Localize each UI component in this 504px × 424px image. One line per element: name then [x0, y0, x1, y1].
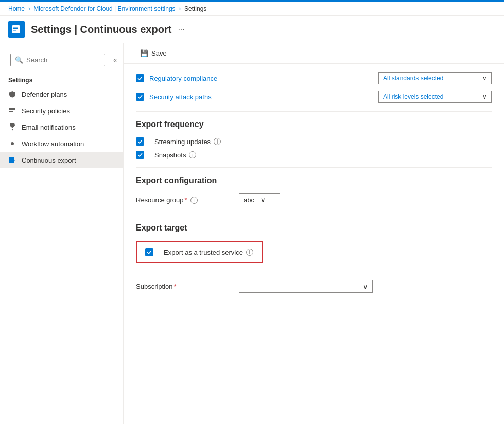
chevron-down-icon: ∨ [363, 282, 368, 290]
export-frequency-section: Export frequency Streaming updates i Sna… [136, 120, 492, 159]
regulatory-compliance-dropdown[interactable]: All standards selected ∨ [378, 72, 492, 84]
resource-group-info-icon[interactable]: i [190, 197, 198, 204]
export-target-section: Export target Export as a trusted servic… [136, 223, 492, 293]
export-trusted-service-info-icon[interactable]: i [246, 249, 253, 256]
export-frequency-title: Export frequency [136, 120, 492, 129]
search-box: 🔍 [10, 54, 105, 66]
chevron-down-icon: ∨ [482, 75, 487, 82]
svg-point-8 [11, 142, 14, 145]
svg-point-7 [12, 129, 13, 130]
svg-rect-6 [9, 111, 13, 112]
resource-group-row: Resource group * i abc ∨ [136, 193, 492, 206]
continuous-export-icon [8, 156, 16, 164]
security-policies-icon [8, 107, 16, 115]
export-configuration-section: Export configuration Resource group * i … [136, 176, 492, 206]
sidebar-item-security-policies[interactable]: Security policies [0, 102, 123, 119]
subscription-required-star: * [174, 282, 177, 290]
export-target-title: Export target [136, 223, 492, 233]
streaming-updates-info-icon[interactable]: i [214, 138, 221, 145]
save-button[interactable]: 💾 Save [136, 47, 171, 59]
streaming-updates-row: Streaming updates i [136, 137, 492, 146]
security-attack-paths-checkbox[interactable] [136, 93, 144, 101]
subscription-row: Subscription * ∨ [136, 280, 492, 293]
sidebar: 🔍 « Settings Defender plans Security pol… [0, 43, 124, 424]
export-trusted-service-checkbox[interactable] [145, 248, 153, 256]
svg-rect-9 [9, 157, 14, 163]
sidebar-item-security-policies-label: Security policies [22, 107, 70, 115]
regulatory-compliance-checkbox[interactable] [136, 74, 144, 82]
chevron-down-icon: ∨ [482, 93, 487, 100]
regulatory-compliance-row: Regulatory compliance All standards sele… [136, 72, 492, 84]
divider-3 [136, 215, 492, 215]
page-header: Settings | Continuous export ··· [0, 16, 504, 43]
security-attack-paths-dropdown[interactable]: All risk levels selected ∨ [378, 91, 492, 103]
snapshots-row: Snapshots i [136, 151, 492, 159]
resource-group-dropdown[interactable]: abc ∨ [239, 193, 280, 206]
save-icon: 💾 [140, 49, 148, 57]
subscription-label: Subscription * [136, 282, 239, 290]
subscription-dropdown[interactable]: ∨ [239, 280, 373, 293]
security-attack-paths-row: Security attack paths All risk levels se… [136, 91, 492, 103]
svg-rect-3 [13, 30, 16, 31]
workflow-automation-icon [8, 139, 16, 148]
search-input[interactable] [26, 56, 100, 64]
sidebar-item-email-notifications-label: Email notifications [22, 123, 76, 131]
defender-plans-icon [8, 90, 16, 98]
sidebar-item-defender-plans[interactable]: Defender plans [0, 86, 123, 102]
chevron-down-icon: ∨ [258, 196, 266, 204]
sidebar-item-defender-plans-label: Defender plans [22, 91, 67, 98]
resource-group-dropdown-value: abc [244, 196, 254, 204]
toolbar: 💾 Save [124, 43, 504, 64]
ellipsis-menu[interactable]: ··· [178, 25, 184, 34]
divider-2 [136, 167, 492, 168]
sidebar-item-workflow-automation-label: Workflow automation [22, 140, 84, 148]
breadcrumb-env[interactable]: Microsoft Defender for Cloud | Environme… [33, 5, 175, 12]
regulatory-compliance-label: Regulatory compliance [149, 75, 378, 82]
resource-group-label: Resource group * i [136, 196, 239, 204]
export-data-section: Regulatory compliance All standards sele… [124, 64, 504, 309]
main-content: 💾 Save Regulatory compliance All standar… [124, 43, 504, 424]
breadcrumb: Home › Microsoft Defender for Cloud | En… [0, 2, 504, 16]
svg-rect-5 [9, 109, 15, 110]
security-attack-paths-label: Security attack paths [149, 93, 378, 101]
breadcrumb-home[interactable]: Home [8, 5, 25, 12]
breadcrumb-current: Settings [184, 5, 206, 12]
security-attack-paths-dropdown-value: All risk levels selected [383, 93, 443, 100]
svg-rect-4 [9, 108, 15, 109]
snapshots-checkbox[interactable] [136, 151, 144, 159]
sidebar-item-email-notifications[interactable]: Email notifications [0, 119, 123, 135]
snapshots-info-icon[interactable]: i [189, 151, 196, 158]
save-label: Save [151, 49, 167, 57]
sidebar-item-workflow-automation[interactable]: Workflow automation [0, 135, 123, 152]
regulatory-compliance-dropdown-value: All standards selected [383, 75, 443, 82]
svg-rect-1 [13, 27, 18, 28]
export-trusted-service-label: Export as a trusted service [164, 249, 243, 256]
svg-rect-0 [12, 25, 20, 33]
search-icon: 🔍 [15, 56, 23, 64]
sidebar-section-label: Settings [0, 73, 123, 86]
page-title: Settings | Continuous export [31, 24, 171, 36]
sidebar-item-continuous-export-label: Continuous export [22, 156, 76, 164]
export-trusted-service-box: Export as a trusted service i [136, 241, 263, 263]
divider-1 [136, 111, 492, 112]
email-notifications-icon [8, 123, 16, 131]
sidebar-item-continuous-export[interactable]: Continuous export [0, 152, 123, 168]
snapshots-label: Snapshots [154, 151, 186, 159]
page-icon [8, 21, 25, 38]
main-layout: 🔍 « Settings Defender plans Security pol… [0, 43, 504, 424]
export-configuration-title: Export configuration [136, 176, 492, 185]
streaming-updates-label: Streaming updates [154, 138, 211, 146]
required-star: * [185, 196, 187, 204]
svg-rect-2 [13, 28, 18, 29]
streaming-updates-checkbox[interactable] [136, 137, 144, 146]
collapse-button[interactable]: « [111, 56, 119, 65]
